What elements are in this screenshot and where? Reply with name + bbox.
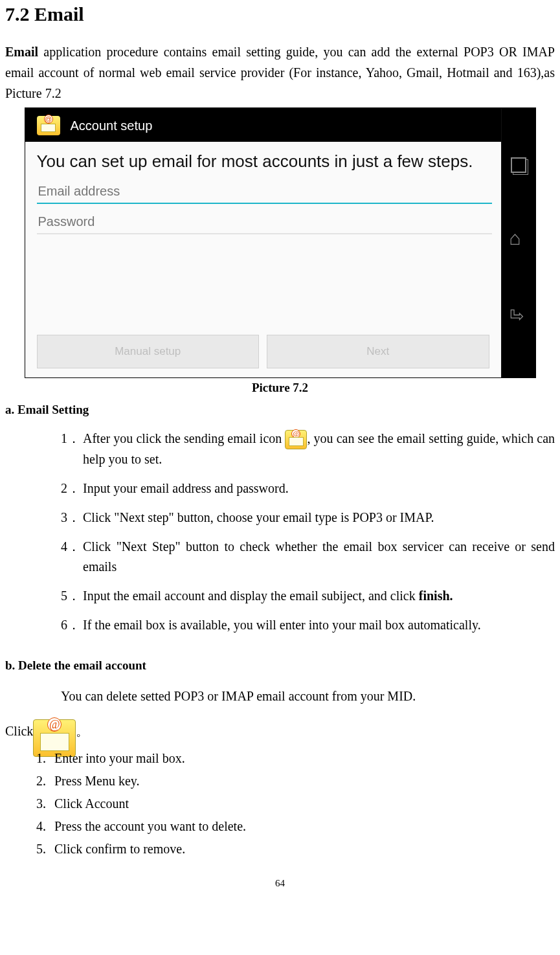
section-heading: 7.2 Email	[5, 3, 555, 25]
section-a-heading: a. Email Setting	[5, 403, 555, 417]
account-setup-body: You can set up email for most accounts i…	[25, 142, 501, 377]
click-label: Click	[5, 724, 33, 738]
email-address-input[interactable]	[37, 180, 492, 204]
account-setup-main: Account setup You can set up email for m…	[25, 108, 501, 377]
list-item: Press the account you want to delete.	[54, 817, 555, 836]
list-item: Click "Next step" button, choose your em…	[83, 508, 555, 528]
list-item: Input the email account and display the …	[83, 586, 555, 606]
email-icon	[285, 430, 307, 449]
page-number: 64	[5, 878, 555, 895]
section-b-para: You can delete setted POP3 or IMAP email…	[5, 686, 555, 706]
titlebar-text: Account setup	[71, 118, 153, 133]
manual-setup-button[interactable]: Manual setup	[37, 335, 260, 368]
account-setup-window: Account setup You can set up email for m…	[25, 108, 535, 377]
account-setup-headline: You can set up email for most accounts i…	[37, 151, 489, 172]
steps-list-b: Enter into your mail box. Press Menu key…	[5, 749, 555, 859]
intro-bold-lead: Email	[5, 45, 38, 59]
password-input[interactable]	[37, 210, 492, 234]
back-icon[interactable]	[510, 310, 528, 328]
list-item: Press Menu key.	[54, 772, 555, 791]
list-item: After you click the sending email icon ,…	[83, 429, 555, 469]
list-item: Enter into your mail box.	[54, 749, 555, 768]
steps-list-a: After you click the sending email icon ,…	[5, 429, 555, 635]
figure-caption: Picture 7.2	[5, 381, 555, 395]
step-a1-pre: After you click the sending email icon	[83, 431, 285, 445]
next-button[interactable]: Next	[267, 335, 489, 368]
step-a5-bold: finish.	[419, 589, 453, 603]
list-item: Click "Next Step" button to check whethe…	[83, 537, 555, 577]
titlebar: Account setup	[25, 108, 501, 142]
list-item: If the email box is available, you will …	[83, 615, 555, 635]
email-icon	[37, 116, 60, 135]
section-b-heading: b. Delete the email account	[5, 658, 555, 673]
home-icon[interactable]	[510, 232, 528, 251]
step-a5-pre: Input the email account and display the …	[83, 589, 419, 603]
intro-rest: application procedure contains email set…	[5, 45, 555, 100]
intro-paragraph: Email application procedure contains ema…	[5, 41, 555, 104]
list-item: Click Account	[54, 794, 555, 813]
android-nav-bar	[501, 108, 535, 377]
figure-7-2: Account setup You can set up email for m…	[25, 107, 536, 378]
recent-apps-icon[interactable]	[511, 157, 526, 173]
list-item: Click confirm to remove.	[54, 840, 555, 859]
click-tail: 。	[76, 724, 89, 738]
button-row: Manual setup Next	[37, 335, 489, 368]
list-item: Input your email address and password.	[83, 478, 555, 499]
click-icon-line: Click。	[5, 719, 555, 745]
